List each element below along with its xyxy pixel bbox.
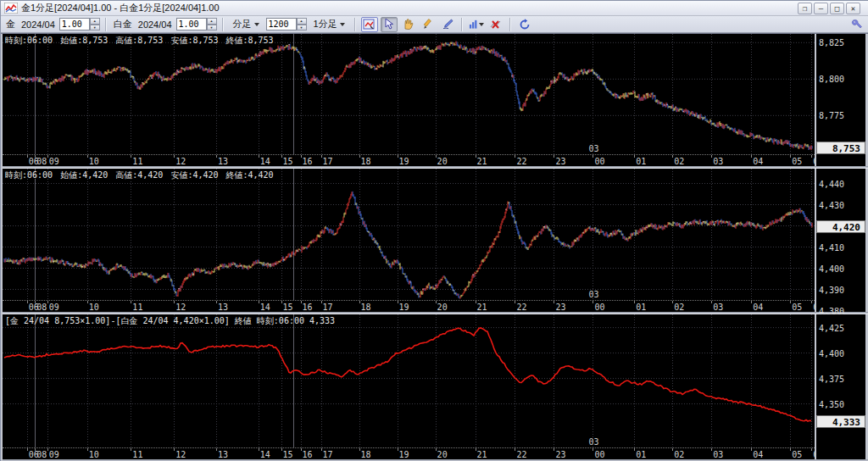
gold-ratio-input[interactable]: 1.00: [59, 18, 90, 31]
price-axis-platinum-1min: 4,4404,4304,4104,4004,3904,3804,420: [816, 169, 865, 312]
time-tick: [554, 301, 554, 303]
hour-label: 19: [399, 450, 409, 459]
hour-label: 02: [674, 303, 684, 312]
spin-down-icon[interactable]: ▼: [90, 25, 100, 31]
bar-interval-dropdown[interactable]: 1分足: [309, 16, 349, 32]
window-title: 金1分足[2024/04]1.00 - 白金1分足[2024/04]1.00: [21, 2, 220, 14]
current-price-box: 4,333: [816, 415, 865, 428]
time-tick: [174, 301, 175, 303]
time-axis-spread-gold-minus-platinum: 0608091011121314151617181920212223000102…: [3, 447, 815, 459]
minimize-button[interactable]: —: [814, 3, 828, 14]
time-tick: [554, 448, 554, 451]
hour-label: 13: [218, 450, 228, 459]
platinum-ratio-input[interactable]: 1.00: [176, 18, 207, 31]
time-tick: [398, 301, 398, 303]
spin-up-icon[interactable]: ▲: [207, 18, 217, 25]
time-tick: [47, 448, 48, 451]
price-axis-gold-1min: 8,8258,8008,7758,753: [816, 34, 865, 166]
bar-count-spinner: 1200 ▲▼: [266, 18, 307, 31]
price-axis-spread-gold-minus-platinum: 4,4254,4004,3754,3504,333: [816, 314, 865, 459]
app-window: 金1分足[2024/04]1.00 - 白金1分足[2024/04]1.00 ❐…: [0, 0, 868, 461]
hour-label: 10: [89, 157, 99, 166]
time-tick: [554, 155, 554, 158]
pan-tool-button[interactable]: [400, 17, 417, 32]
bar-interval-label: 1分足: [314, 18, 337, 31]
time-tick: [35, 448, 36, 451]
header-token: 高値:4,420: [115, 169, 163, 181]
chart-panel-platinum-1min: 時刻:06:00始値:4,420高値:4,420安値:4,420終値:4,420…: [3, 169, 868, 312]
price-label: 4,390: [819, 286, 844, 295]
price-plot-spread-gold-minus-platinum[interactable]: [金 24/04 8,753×1.00]-[白金 24/04 4,420×1.0…: [3, 314, 815, 447]
toolbar-separator: [509, 18, 511, 31]
hour-label: 15: [283, 303, 293, 312]
hour-label: 12: [175, 157, 186, 166]
hour-label: 05: [792, 450, 802, 459]
time-tick: [174, 448, 175, 451]
gold-contract-month: 2024/04: [19, 19, 57, 30]
price-label: 4,410: [819, 243, 844, 253]
time-tick: [27, 448, 28, 451]
plot-canvas-spread-gold-minus-platinum: [3, 314, 815, 447]
hour-label: 22: [516, 450, 526, 459]
current-price-box: 8,753: [816, 142, 865, 154]
time-tick: [436, 155, 437, 158]
bar-count-input[interactable]: 1200: [266, 18, 297, 31]
chevron-down-icon: [254, 23, 259, 26]
time-tick: [87, 155, 88, 158]
hour-label: 23: [555, 157, 565, 166]
time-tick: [259, 155, 259, 158]
hand-icon: [403, 19, 414, 30]
current-price-box: 4,420: [816, 220, 865, 233]
time-tick: [751, 301, 752, 303]
time-tick: [790, 448, 791, 451]
hour-label: 00: [594, 157, 604, 166]
refresh-button[interactable]: [516, 17, 533, 32]
delete-drawings-button[interactable]: [487, 17, 504, 32]
hour-label: 19: [399, 157, 409, 166]
chart-panel-spread-gold-minus-platinum: [金 24/04 8,753×1.00]-[白金 24/04 4,420×1.0…: [3, 314, 868, 459]
date-label: 03: [588, 437, 598, 447]
hour-label: 14: [260, 157, 270, 166]
indicator-menu-button[interactable]: [468, 17, 485, 32]
time-tick: [711, 448, 712, 451]
header-token: 安値:8,753: [170, 35, 218, 47]
time-tick: [711, 155, 712, 158]
hour-label: 05: [792, 303, 802, 312]
bar-count-spin-buttons[interactable]: ▲▼: [297, 18, 307, 31]
bar-type-dropdown[interactable]: 分足: [229, 16, 264, 32]
chart-settings-button[interactable]: [361, 17, 378, 32]
app-icon: [4, 3, 18, 14]
hour-label: 20: [437, 303, 448, 312]
platinum-symbol-label: 白金: [112, 18, 134, 31]
cascade-window-button[interactable]: ❐: [798, 3, 812, 14]
hour-label: 21: [477, 303, 487, 312]
price-plot-gold-1min[interactable]: 時刻:06:00始値:8,753高値:8,753安値:8,753終値:8,753…: [3, 34, 815, 154]
toolbar-separator: [461, 18, 463, 31]
select-cursor-button[interactable]: [381, 17, 398, 32]
spin-up-icon[interactable]: ▲: [297, 18, 307, 25]
price-plot-platinum-1min[interactable]: 時刻:06:00始値:4,420高値:4,420安値:4,420終値:4,420…: [3, 169, 815, 300]
pen-icon: [442, 19, 453, 30]
close-button[interactable]: ✕: [846, 3, 860, 14]
pen-draw-button[interactable]: [439, 17, 456, 32]
time-tick: [515, 448, 515, 451]
time-tick: [634, 301, 635, 303]
settings-wrench-button[interactable]: [849, 17, 865, 32]
time-tick: [476, 448, 476, 451]
hour-label: 02: [674, 450, 684, 459]
time-tick: [259, 448, 259, 451]
hour-label: 15: [283, 450, 293, 459]
window-buttons: ❐ — □ ✕: [798, 3, 865, 14]
header-token: 時刻:06:00: [5, 35, 53, 47]
platinum-ratio-spin-buttons[interactable]: ▲▼: [207, 18, 217, 31]
maximize-button[interactable]: □: [830, 3, 844, 14]
spin-down-icon[interactable]: ▼: [297, 25, 307, 31]
price-label: 4,400: [819, 264, 844, 274]
spin-up-icon[interactable]: ▲: [90, 18, 100, 25]
gold-ratio-spin-buttons[interactable]: ▲▼: [90, 18, 100, 31]
hour-label: 12: [175, 303, 186, 312]
time-tick: [476, 301, 476, 303]
time-tick: [634, 155, 635, 158]
pencil-draw-button[interactable]: [420, 17, 437, 32]
spin-down-icon[interactable]: ▼: [207, 25, 217, 31]
